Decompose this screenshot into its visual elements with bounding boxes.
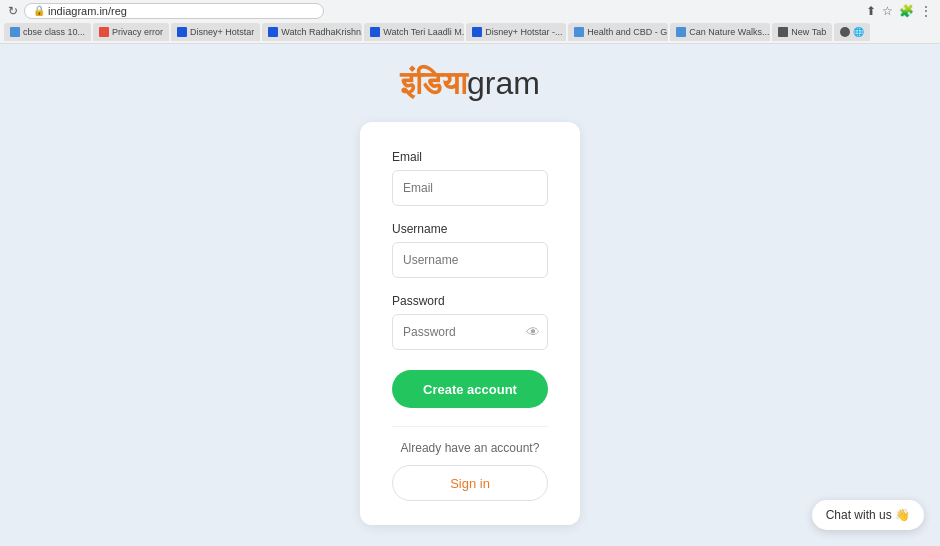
tab-favicon (840, 27, 850, 37)
username-label: Username (392, 222, 548, 236)
logo-gram-text: gram (467, 65, 540, 101)
tab-item[interactable]: New Tab (772, 23, 832, 41)
create-account-button[interactable]: Create account (392, 370, 548, 408)
tab-item[interactable]: Watch Teri Laadli M... (364, 23, 464, 41)
tab-favicon (99, 27, 109, 37)
chat-widget[interactable]: Chat with us 👋 (812, 500, 924, 530)
password-field-group: Password 👁 (392, 294, 548, 350)
url-text: indiagram.in/reg (48, 5, 127, 17)
already-account-text: Already have an account? (392, 441, 548, 455)
tab-item[interactable]: Disney+ Hotstar (171, 23, 260, 41)
reload-icon[interactable]: ↻ (8, 4, 18, 18)
tab-favicon (574, 27, 584, 37)
username-input[interactable] (392, 242, 548, 278)
tab-favicon (370, 27, 380, 37)
password-input[interactable] (392, 314, 548, 350)
registration-card: Email Username Password 👁 Create account… (360, 122, 580, 525)
tab-favicon (268, 27, 278, 37)
tab-item[interactable]: Watch RadhaKrishn... (262, 23, 362, 41)
username-field-group: Username (392, 222, 548, 278)
browser-chrome: ↻ 🔒 indiagram.in/reg ⬆ ☆ 🧩 ⋮ cbse class … (0, 0, 940, 44)
tab-favicon (676, 27, 686, 37)
tab-label: New Tab (791, 27, 826, 37)
tab-item[interactable]: Can Nature Walks... (670, 23, 770, 41)
email-input[interactable] (392, 170, 548, 206)
tab-item[interactable]: Health and CBD - G... (568, 23, 668, 41)
password-label: Password (392, 294, 548, 308)
tab-label: Disney+ Hotstar (190, 27, 254, 37)
browser-tabs: cbse class 10... Privacy error Disney+ H… (0, 22, 940, 44)
password-wrapper: 👁 (392, 314, 548, 350)
tab-favicon (177, 27, 187, 37)
logo-hindi-text: इंडिया (400, 65, 467, 101)
signin-button[interactable]: Sign in (392, 465, 548, 501)
tab-label: Can Nature Walks... (689, 27, 769, 37)
tab-label: 🌐 (853, 27, 864, 37)
tab-label: cbse class 10... (23, 27, 85, 37)
tab-favicon (778, 27, 788, 37)
tab-label: Watch Teri Laadli M... (383, 27, 464, 37)
tab-item[interactable]: cbse class 10... (4, 23, 91, 41)
puzzle-icon[interactable]: 🧩 (899, 4, 914, 18)
email-label: Email (392, 150, 548, 164)
tab-label: Health and CBD - G... (587, 27, 668, 37)
tab-favicon (472, 27, 482, 37)
logo: इंडियाgram (400, 65, 540, 102)
tab-label: Privacy error (112, 27, 163, 37)
share-icon[interactable]: ⬆ (866, 4, 876, 18)
eye-icon[interactable]: 👁 (526, 324, 540, 340)
tab-label: Disney+ Hotstar -... (485, 27, 562, 37)
menu-icon[interactable]: ⋮ (920, 4, 932, 18)
chat-label: Chat with us 👋 (826, 508, 910, 522)
divider (392, 426, 548, 427)
tab-item[interactable]: Disney+ Hotstar -... (466, 23, 566, 41)
tab-label: Watch RadhaKrishn... (281, 27, 362, 37)
tab-item[interactable]: Privacy error (93, 23, 169, 41)
address-bar[interactable]: 🔒 indiagram.in/reg (24, 3, 324, 19)
star-icon[interactable]: ☆ (882, 4, 893, 18)
tab-item[interactable]: 🌐 (834, 23, 870, 41)
browser-actions: ⬆ ☆ 🧩 ⋮ (866, 4, 932, 18)
tab-favicon (10, 27, 20, 37)
email-field-group: Email (392, 150, 548, 206)
main-content: इंडियाgram Email Username Password 👁 Cre… (0, 44, 940, 546)
lock-icon: 🔒 (33, 5, 45, 16)
